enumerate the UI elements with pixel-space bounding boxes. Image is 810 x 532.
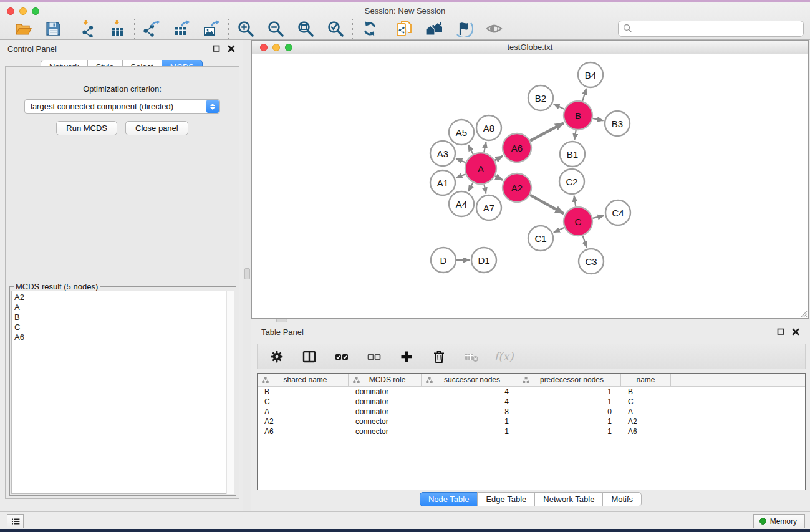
graph-edge-A-A2[interactable]: [495, 176, 503, 180]
graph-node-B3[interactable]: B3: [605, 111, 630, 136]
table-cell[interactable]: A: [258, 407, 349, 416]
table-cell[interactable]: 1: [422, 417, 518, 426]
table-cell[interactable]: dominator: [349, 387, 422, 396]
home-icon[interactable]: [425, 19, 443, 38]
graph-node-A2[interactable]: A2: [503, 173, 531, 202]
graph-node-D[interactable]: D: [431, 248, 456, 273]
graph-node-A3[interactable]: A3: [430, 141, 455, 166]
hide-graphics-details-icon[interactable]: [455, 19, 473, 38]
graph-edge-A-A6[interactable]: [495, 156, 503, 160]
table-cell[interactable]: B: [258, 387, 349, 396]
graph-node-B[interactable]: B: [564, 101, 592, 130]
graph-edge-A-A3[interactable]: [456, 158, 465, 162]
table-tab-motifs[interactable]: Motifs: [602, 492, 642, 506]
table-row[interactable]: Bdominator41B: [258, 387, 805, 397]
graph-node-A7[interactable]: A7: [476, 195, 501, 220]
graph-edge-A-A1[interactable]: [456, 174, 466, 178]
float-table-panel-icon[interactable]: [776, 327, 785, 336]
search-input[interactable]: [618, 21, 804, 37]
table-cell[interactable]: A2: [621, 417, 671, 426]
table-cell[interactable]: A6: [258, 427, 349, 436]
memory-button[interactable]: Memory: [753, 514, 805, 528]
table-cell[interactable]: 1: [518, 417, 621, 426]
result-scrollbar[interactable]: [226, 291, 234, 494]
zoom-in-icon[interactable]: [236, 19, 255, 38]
graph-node-A4[interactable]: A4: [449, 191, 474, 216]
zoom-selected-icon[interactable]: [326, 19, 345, 38]
table-row[interactable]: Adominator80A: [258, 407, 805, 417]
result-item-a2[interactable]: A2: [14, 293, 234, 302]
graph-edge-A-A8[interactable]: [484, 142, 486, 153]
graph-edge-C-C1[interactable]: [554, 228, 564, 233]
column-header-predecessor-nodes[interactable]: predecessor nodes: [518, 374, 621, 386]
column-header-shared-name[interactable]: shared name: [258, 374, 349, 386]
table-cell[interactable]: 1: [518, 387, 621, 396]
graph-edge-B-B4[interactable]: [582, 89, 586, 101]
graph-edge-C-C3[interactable]: [583, 236, 587, 248]
save-session-icon[interactable]: [44, 19, 62, 38]
table-cell[interactable]: 1: [518, 427, 621, 436]
table-cell[interactable]: A6: [621, 427, 671, 436]
zoom-out-icon[interactable]: [266, 19, 285, 38]
close-panel-icon[interactable]: [227, 44, 236, 53]
graph-edge-A-A7[interactable]: [484, 185, 486, 194]
column-header-MCDS-role[interactable]: MCDS role: [349, 374, 422, 386]
table-cell[interactable]: A2: [258, 417, 349, 426]
float-panel-icon[interactable]: [212, 44, 221, 53]
zoom-fit-icon[interactable]: [296, 19, 315, 38]
table-row[interactable]: Cdominator41C: [258, 397, 805, 407]
table-cell[interactable]: C: [258, 397, 349, 406]
graph-edge-A6-B[interactable]: [530, 123, 564, 141]
export-image-icon[interactable]: [202, 19, 221, 38]
table-cell[interactable]: 4: [422, 397, 518, 406]
graph-node-A1[interactable]: A1: [430, 170, 455, 195]
criterion-dropdown[interactable]: largest connected component (directed): [24, 99, 220, 114]
network-canvas[interactable]: B4 B2 B B3 A8 A5 A6 A3 B1 A A1 C2 A2 A4 …: [252, 54, 808, 318]
panel-menu-button[interactable]: [7, 514, 24, 528]
graph-node-B4[interactable]: B4: [578, 62, 603, 87]
show-graphics-details-icon[interactable]: [485, 19, 503, 38]
duplicate-network-icon[interactable]: [395, 19, 413, 38]
table-cell[interactable]: connector: [349, 417, 422, 426]
table-cell[interactable]: 1: [518, 397, 621, 406]
graph-node-B1[interactable]: B1: [560, 142, 585, 167]
resize-grip-icon[interactable]: [799, 309, 808, 317]
splitter-grip[interactable]: [244, 268, 250, 279]
run-mcds-button[interactable]: Run MCDS: [56, 121, 117, 135]
graph-node-C[interactable]: C: [564, 207, 592, 236]
graph-node-A5[interactable]: A5: [449, 120, 474, 145]
table-cell[interactable]: 1: [422, 427, 518, 436]
graph-node-C3[interactable]: C3: [579, 249, 604, 274]
table-cell[interactable]: 0: [518, 407, 621, 416]
result-item-b[interactable]: B: [14, 312, 234, 322]
show-columns-icon[interactable]: [301, 349, 317, 365]
close-panel-button[interactable]: Close panel: [125, 121, 188, 135]
graph-edge-A-A4[interactable]: [468, 183, 473, 191]
table-cell[interactable]: connector: [349, 427, 422, 436]
graph-node-C2[interactable]: C2: [559, 169, 584, 194]
table-cell[interactable]: C: [621, 397, 671, 406]
graph-edge-A-A5[interactable]: [468, 145, 473, 154]
select-all-rows-icon[interactable]: [334, 349, 350, 365]
open-file-icon[interactable]: [14, 19, 32, 38]
delete-column-icon[interactable]: [431, 349, 447, 365]
graph-node-A8[interactable]: A8: [476, 115, 501, 140]
table-tab-node-table[interactable]: Node Table: [420, 492, 478, 506]
graph-edge-B-B1[interactable]: [574, 130, 576, 140]
add-column-icon[interactable]: [398, 349, 415, 365]
result-item-a[interactable]: A: [14, 302, 234, 312]
table-cell[interactable]: 8: [422, 407, 518, 416]
graph-node-A6[interactable]: A6: [503, 133, 531, 162]
table-tab-network-table[interactable]: Network Table: [534, 492, 603, 506]
export-table-icon[interactable]: [172, 19, 191, 38]
graph-node-A[interactable]: A: [465, 153, 496, 184]
graph-edge-C-C2[interactable]: [574, 196, 576, 207]
table-cell[interactable]: dominator: [349, 397, 422, 406]
refresh-layout-icon[interactable]: [360, 19, 379, 38]
graph-edge-C-C4[interactable]: [592, 216, 604, 218]
graph-node-C1[interactable]: C1: [528, 226, 553, 251]
deselect-all-rows-icon[interactable]: [366, 349, 382, 365]
graph-node-B2[interactable]: B2: [528, 85, 553, 110]
result-item-a6[interactable]: A6: [14, 332, 234, 342]
table-options-gear-icon[interactable]: [269, 349, 285, 365]
